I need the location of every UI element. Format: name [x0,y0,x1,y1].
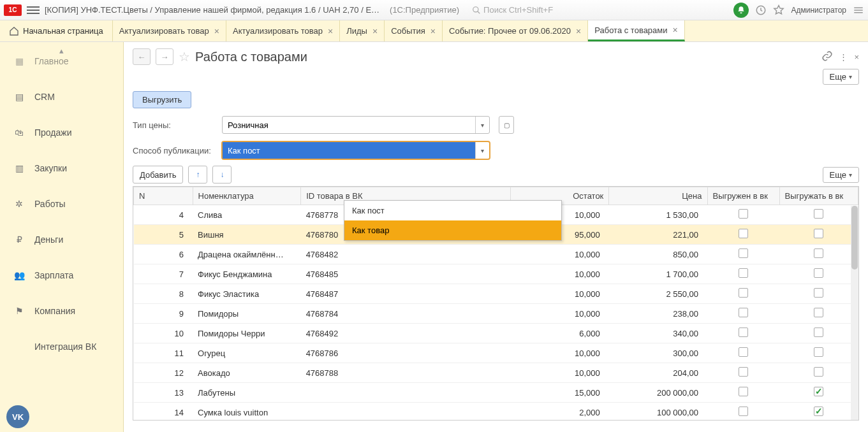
hamburger-icon[interactable] [27,6,40,14]
cell-uploaded[interactable] [707,225,779,245]
sidebar-item-company[interactable]: ⚑ Компания [0,293,123,329]
tab-4[interactable]: Событие: Прочее от 09.06.2020× [443,20,588,41]
cell-uploaded[interactable] [707,304,779,324]
checkbox[interactable] [814,288,823,298]
favorite-star-icon[interactable]: ☆ [179,49,190,64]
checkbox[interactable] [814,347,823,357]
export-button[interactable]: Выгрузить [133,91,191,108]
checkbox[interactable] [739,209,748,219]
checkbox[interactable] [739,248,748,258]
cell-uploaded[interactable] [707,284,779,304]
star-icon[interactable] [773,4,784,16]
cell-uploaded[interactable] [707,343,779,363]
more-button-top[interactable]: Еще [823,69,859,85]
col-export[interactable]: Выгружать в вк [779,187,858,205]
checkbox[interactable] [739,407,748,416]
cell-export[interactable] [779,205,858,225]
sidebar-item-crm[interactable]: ▤ CRM [0,79,123,115]
checkbox[interactable] [814,209,823,219]
move-down-button[interactable]: ↓ [212,166,232,184]
cell-uploaded[interactable] [707,205,779,225]
open-button[interactable]: ▢ [499,116,514,134]
checkbox[interactable] [814,407,823,416]
checkbox[interactable] [814,367,823,377]
checkbox[interactable] [814,268,823,278]
cell-export[interactable] [779,324,858,343]
checkbox[interactable] [814,308,823,317]
table-row[interactable]: 6Драцена окаймлённ…476848210,000850,00 [134,245,858,264]
sidebar-collapse[interactable]: ▴ [0,46,123,55]
close-icon[interactable]: × [576,26,581,36]
nav-forward-button[interactable]: → [156,48,173,65]
tab-3[interactable]: События× [385,20,443,41]
sidebar-item-money[interactable]: ₽ Деньги [0,222,123,257]
link-icon[interactable] [821,50,833,64]
checkbox[interactable] [814,328,823,337]
cell-uploaded[interactable] [707,363,779,383]
cell-uploaded[interactable] [707,245,779,264]
menu-lines-icon[interactable] [853,4,864,16]
table-row[interactable]: 8Фикус Эластика476848710,0002 550,00 [134,284,858,304]
add-button[interactable]: Добавить [133,166,183,184]
close-icon[interactable]: × [328,26,333,36]
publication-combo[interactable]: ▾ [222,141,490,159]
sidebar-item-main[interactable]: ▦ Главное [0,55,123,79]
checkbox[interactable] [814,248,823,258]
sidebar-item-sales[interactable]: 🛍 Продажи [0,115,123,150]
checkbox[interactable] [739,308,748,317]
table-row[interactable]: 7Фикус Бенджамина476848510,0001 700,00 [134,264,858,284]
nav-back-button[interactable]: ← [133,48,151,65]
cell-uploaded[interactable] [707,403,779,421]
checkbox[interactable] [814,229,823,238]
cell-uploaded[interactable] [707,383,779,403]
close-icon[interactable]: × [673,25,678,35]
checkbox[interactable] [739,387,748,396]
cell-export[interactable] [779,343,858,363]
cell-export[interactable] [779,383,858,403]
col-n[interactable]: N [134,187,193,205]
cell-uploaded[interactable] [707,264,779,284]
cell-export[interactable] [779,245,858,264]
history-icon[interactable] [755,4,767,16]
dropdown-item-post[interactable]: Как пост [344,201,561,220]
chevron-down-icon[interactable]: ▾ [475,117,489,133]
move-up-button[interactable]: ↑ [188,166,207,184]
scroll-thumb[interactable] [851,206,858,270]
checkbox[interactable] [739,347,748,357]
publication-input[interactable] [223,142,475,159]
home-tab[interactable]: Начальная страница [0,20,113,41]
dropdown-item-product[interactable]: Как товар [344,220,561,240]
checkbox[interactable] [739,328,748,337]
tab-5[interactable]: Работа с товарами× [588,20,685,41]
vk-badge[interactable]: VK [6,405,29,428]
col-nom[interactable]: Номенклатура [193,187,301,205]
kebab-icon[interactable]: ⋮ [839,52,848,62]
col-uploaded[interactable]: Выгружен в вк [707,187,779,205]
cell-export[interactable] [779,304,858,324]
col-price[interactable]: Цена [609,187,707,205]
cell-export[interactable] [779,284,858,304]
sidebar-item-salary[interactable]: 👥 Зарплата [0,257,123,293]
tab-2[interactable]: Лиды× [340,20,385,41]
cell-export[interactable] [779,403,858,421]
user-label[interactable]: Администратор [791,6,846,15]
chevron-down-icon[interactable]: ▾ [475,142,489,159]
notifications-button[interactable] [733,3,749,18]
sidebar-item-works[interactable]: ✲ Работы [0,186,123,222]
tab-0[interactable]: Актуализировать товар× [113,20,226,41]
price-type-input[interactable] [223,117,475,133]
checkbox[interactable] [739,288,748,298]
close-icon[interactable]: × [214,26,219,36]
close-icon[interactable]: × [372,26,378,36]
checkbox[interactable] [739,367,748,377]
sidebar-item-vk[interactable]: Интеграция ВК [0,329,123,364]
price-type-combo[interactable]: ▾ [222,116,490,134]
table-row[interactable]: 12Авокадо476878810,000204,00 [134,363,858,383]
more-button-table[interactable]: Еще [823,167,859,183]
table-row[interactable]: 14Сумка louis vuitton2,000100 000,00 [134,403,858,421]
cell-export[interactable] [779,225,858,245]
table-row[interactable]: 11Огурец476878610,000300,00 [134,343,858,363]
search-top[interactable]: Поиск Ctrl+Shift+F [472,5,728,15]
table-row[interactable]: 9Помидоры476878410,000238,00 [134,304,858,324]
checkbox[interactable] [814,387,823,396]
